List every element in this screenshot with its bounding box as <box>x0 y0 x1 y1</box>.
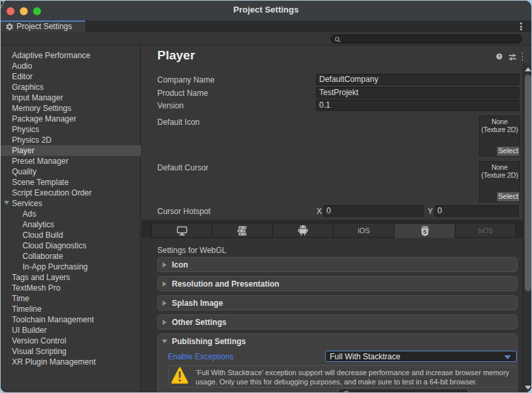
svg-text:5: 5 <box>423 228 427 235</box>
svg-text:?: ? <box>498 54 501 59</box>
